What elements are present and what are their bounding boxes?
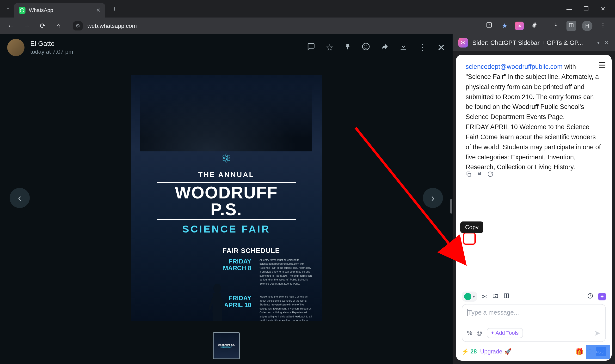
sider-menu-icon[interactable]: ☰ [599,61,606,70]
more-menu-icon[interactable]: ⋮ [418,42,427,52]
svg-point-16 [461,43,462,44]
media-timestamp: today at 7:07 pm [30,49,301,55]
message-input-container[interactable]: Type a message... % @ + Add Tools ➤ [462,304,606,342]
url-bar[interactable]: ⚙ web.whatsapp.com [68,21,480,30]
side-panel-icon[interactable] [566,21,576,31]
sender-avatar[interactable] [7,39,25,56]
model-indicator-icon [464,293,471,300]
svg-point-11 [213,284,221,293]
nav-reload-icon[interactable]: ⟳ [37,22,49,30]
browser-tab-bar: WhatsApp ✕ + ― ❐ ✕ [0,0,615,17]
media-image-poster[interactable]: ⚛ THE ANNUAL WOODRUFF P.S. SCIENCE FAIR … [131,75,322,321]
svg-point-9 [364,45,365,46]
schedule-text-2: Welcome to the Science Fair! Come learn … [260,295,312,321]
chat-bubble-icon[interactable] [307,42,315,53]
window-maximize-icon[interactable]: ❐ [581,5,591,12]
input-toolbar: ▾ ✂ + [456,288,612,304]
emoji-icon[interactable] [362,42,370,53]
gift-icon[interactable]: 🎁 [575,348,584,356]
annotation-highlight-box [463,232,476,245]
install-app-icon[interactable] [484,22,494,30]
copy-tooltip: Copy [460,221,483,233]
scissors-icon[interactable]: ✂ [482,293,487,300]
add-tools-button[interactable]: + Add Tools [487,328,523,338]
new-tab-button[interactable]: + [110,3,119,15]
poster-title: WOODRUFF P.S. [157,182,296,220]
svg-rect-6 [569,24,574,27]
nav-back-icon[interactable]: ← [5,22,17,30]
history-icon[interactable] [587,293,593,301]
schedule-text-1: All entry forms must be emailed to scien… [260,258,312,286]
browser-toolbar: ← → ⟳ ⌂ ⚙ web.whatsapp.com ★ H ⋮ [0,17,615,34]
sider-logo-icon [458,38,468,48]
url-text: web.whatsapp.com [87,23,137,29]
svg-point-5 [520,26,521,27]
downloads-icon[interactable] [551,22,561,30]
sider-dropdown-icon[interactable]: ▾ [597,40,600,46]
svg-point-15 [464,41,465,42]
bookmark-star-icon[interactable]: ★ [500,22,509,29]
media-viewer-header: El Gatto today at 7:07 pm ☆ [0,34,453,61]
slash-command-icon[interactable]: % [467,330,472,337]
annotation-arrow [351,123,480,274]
sider-title: Sider: ChatGPT Sidebar + GPTs & GP... [472,39,593,47]
svg-point-3 [520,25,521,26]
svg-point-14 [461,41,462,42]
sider-close-icon[interactable]: ✕ [604,39,609,47]
star-icon[interactable]: ☆ [326,42,333,52]
close-viewer-icon[interactable]: ✕ [437,42,445,53]
sender-name: El Gatto [30,40,301,48]
svg-point-13 [463,42,464,43]
pin-icon[interactable] [344,42,351,52]
bolt-icon: ⚡ [462,348,469,355]
schedule-heading: FAIR SCHEDULE [222,247,312,255]
window-close-icon[interactable]: ✕ [598,5,608,12]
folder-add-icon[interactable] [492,293,498,301]
svg-point-1 [519,25,520,27]
poster-annual-label: THE ANNUAL [140,171,312,179]
poster-subtitle: SCIENCE FAIR [140,223,312,235]
svg-point-10 [366,45,367,46]
svg-point-4 [518,26,519,27]
upgrade-button[interactable]: Upgrade 🚀 [480,348,511,355]
regenerate-button[interactable] [487,171,493,179]
sider-extension-icon[interactable] [515,22,524,30]
person-silhouette [203,283,232,321]
send-button[interactable]: ➤ [594,328,601,338]
sider-header: Sider: ChatGPT Sidebar + GPTs & GP... ▾ … [453,34,615,51]
rocket-icon: 🚀 [504,348,511,355]
tab-search-dropdown[interactable] [2,3,14,15]
new-chat-button[interactable]: + [598,293,606,300]
watermark-badge: GB [586,345,610,359]
message-input[interactable]: Type a message... [467,309,601,321]
media-thumbnail[interactable]: WOODRUFF P.S. SCIENCE FAIR [213,332,240,359]
response-email-link-1[interactable]: sciencedept@woodruffpublic.com [465,63,563,70]
svg-line-12 [355,128,464,262]
nav-home-icon[interactable]: ⌂ [52,22,64,30]
media-thumbnail-strip: WOODRUFF P.S. SCIENCE FAIR [0,332,453,359]
tab-close-icon[interactable]: ✕ [96,7,100,13]
forward-icon[interactable] [381,42,389,53]
browser-tab[interactable]: WhatsApp ✕ [14,3,105,17]
svg-point-2 [518,25,519,26]
download-icon[interactable] [399,42,408,53]
schedule-date-1: FRIDAYMARCH 8 [222,258,256,272]
whatsapp-favicon [19,7,26,14]
toolbar-divider [545,22,545,30]
browser-menu-icon[interactable]: ⋮ [598,22,608,29]
nav-forward-icon[interactable]: → [21,22,33,30]
mention-icon[interactable]: @ [476,330,482,337]
prev-media-button[interactable]: ‹ [10,188,30,208]
book-icon[interactable] [503,293,509,301]
extensions-icon[interactable] [530,22,539,30]
whatsapp-media-viewer: El Gatto today at 7:07 pm ☆ [0,34,453,364]
model-selector[interactable]: ▾ [462,292,477,302]
credits-badge[interactable]: ⚡ 28 [462,348,477,355]
site-settings-icon[interactable]: ⚙ [73,21,83,30]
svg-point-17 [464,43,465,44]
tab-title: WhatsApp [29,7,53,13]
atom-icon: ⚛ [219,151,233,166]
profile-avatar[interactable]: H [582,21,592,31]
svg-point-8 [363,43,369,50]
window-minimize-icon[interactable]: ― [565,5,574,12]
